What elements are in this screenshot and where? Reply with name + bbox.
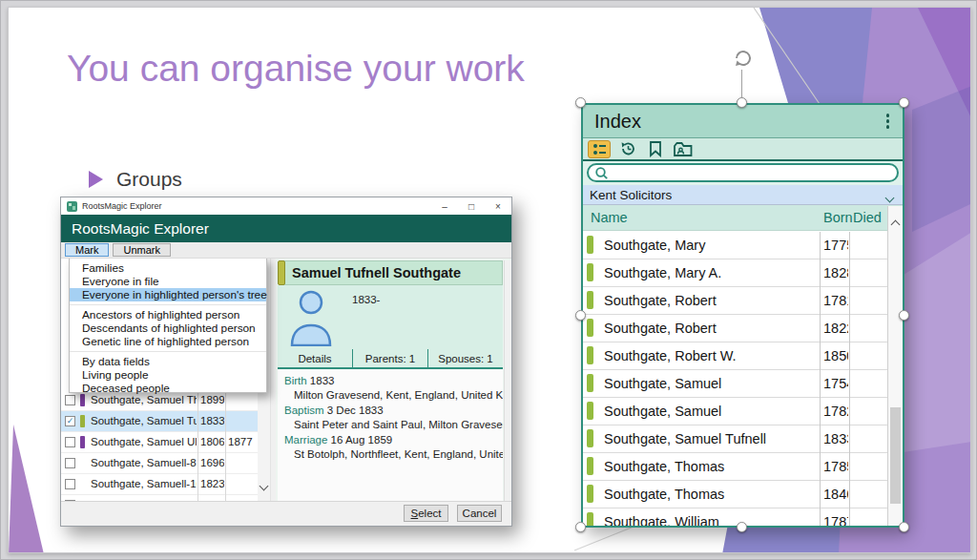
row-born: 1775 <box>823 238 848 253</box>
selection-handle-top-right[interactable] <box>899 97 909 108</box>
index-panel-header: Index <box>583 105 903 138</box>
row-checkbox-checked[interactable]: ✓ <box>65 416 75 426</box>
menu-item-selected[interactable]: Everyone in highlighted person's tree <box>70 288 266 301</box>
select-button[interactable]: Select <box>404 505 448 522</box>
menu-item[interactable]: Living people <box>70 368 266 382</box>
row-born: 1828 <box>823 265 848 280</box>
index-title: Index <box>594 111 641 133</box>
selection-handle-mid-right[interactable] <box>899 310 909 321</box>
history-button[interactable] <box>617 140 638 158</box>
selection-handle-bottom-right[interactable] <box>899 522 909 532</box>
list-item[interactable]: Southgate, Samuell-169 1823 <box>61 474 258 495</box>
fact-place: St Botolph, Northfleet, Kent, England, U… <box>284 447 503 462</box>
table-row[interactable]: Southgate, Mary1775 <box>583 232 887 259</box>
table-row[interactable]: Southgate, Robert W.1850 <box>583 342 887 370</box>
color-marker-icon <box>587 429 593 447</box>
scrollbar-thumb[interactable] <box>890 407 901 504</box>
table-row[interactable]: Southgate, Samuel1782 <box>583 398 887 425</box>
row-checkbox[interactable] <box>65 458 75 468</box>
column-header-died[interactable]: Died <box>853 210 882 225</box>
people-index-button[interactable] <box>588 140 611 158</box>
table-row[interactable]: Southgate, Thomas1785 <box>583 453 887 481</box>
detail-scrollbar[interactable] <box>504 260 511 501</box>
menu-item[interactable]: Descendants of highlighted person <box>70 321 266 335</box>
screenshot-canvas: You can organise your work Groups RootsM… <box>0 0 977 560</box>
selection-handle-top-left[interactable] <box>575 97 586 108</box>
selection-handle-bottom-left[interactable] <box>575 522 586 532</box>
column-header-name[interactable]: Name <box>591 210 628 225</box>
row-name: Southgate, Robert W. <box>604 348 816 363</box>
row-name: Southgate, Robert <box>604 293 816 308</box>
person-born: 1899 <box>200 394 224 405</box>
tab-details[interactable]: Details <box>278 349 352 367</box>
menu-item[interactable]: Ancestors of highlighted person <box>70 308 266 321</box>
menu-separator <box>70 304 266 305</box>
scroll-down-icon[interactable] <box>260 482 269 491</box>
group-filter-dropdown[interactable]: Kent Solicitors <box>583 185 903 205</box>
scroll-up-icon[interactable] <box>891 220 901 230</box>
tab-parents[interactable]: Parents: 1 <box>352 349 427 367</box>
dialog-title: RootsMagic Explorer <box>72 220 209 238</box>
person-summary: 1833- <box>278 285 503 349</box>
color-marker-icon <box>587 236 593 254</box>
chevron-down-icon <box>885 194 895 203</box>
table-header: Name Born Died <box>583 205 903 231</box>
color-marker-icon <box>587 263 593 281</box>
table-row[interactable]: Southgate, Robert1781 <box>583 287 887 315</box>
menu-item[interactable]: Families <box>70 261 266 275</box>
close-button[interactable]: × <box>485 197 511 215</box>
search-input[interactable] <box>609 165 869 180</box>
search-icon <box>594 166 609 180</box>
menu-item[interactable]: Genetic line of highlighted person <box>70 335 266 348</box>
column-header-born[interactable]: Born <box>823 210 853 225</box>
color-marker-icon <box>587 512 593 526</box>
row-born: 1850 <box>823 348 848 363</box>
row-checkbox[interactable] <box>65 479 75 489</box>
unmark-button[interactable]: Unmark <box>113 243 171 257</box>
rotate-handle-icon[interactable] <box>731 47 754 70</box>
tab-spouses[interactable]: Spouses: 1 <box>427 349 503 367</box>
person-born: 1696 <box>200 457 224 468</box>
mark-button[interactable]: Mark <box>65 243 109 257</box>
selection-handle-top-center[interactable] <box>737 97 747 108</box>
fact-label: Marriage <box>284 434 327 446</box>
table-row[interactable]: Southgate, Robert1822 <box>583 315 887 342</box>
index-scrollbar[interactable] <box>887 206 903 526</box>
cancel-button[interactable]: Cancel <box>457 505 502 522</box>
row-checkbox[interactable] <box>65 395 75 405</box>
list-item[interactable]: Southgate, Samuel Ulys 1806 1877 <box>61 432 258 453</box>
search-row <box>583 161 903 185</box>
dialog-footer: Select Cancel <box>61 501 511 526</box>
menu-item[interactable]: Everyone in file <box>70 275 266 288</box>
page-title: You can organise your work <box>67 48 525 90</box>
menu-item[interactable]: By data fields <box>70 355 266 368</box>
person-tabs: Details Parents: 1 Spouses: 1 <box>278 349 503 369</box>
row-checkbox[interactable] <box>65 437 75 447</box>
color-marker-icon <box>587 374 593 392</box>
table-row[interactable]: Southgate, Thomas1846 <box>583 481 887 508</box>
dialog-header: RootsMagic Explorer <box>61 215 511 242</box>
fact-item: Baptism 3 Dec 1833 Saint Peter and Saint… <box>284 404 503 432</box>
person-full-name: Samuel Tufnell Southgate <box>292 265 461 280</box>
minimize-button[interactable]: – <box>431 197 458 215</box>
search-box[interactable] <box>587 163 899 182</box>
kebab-menu-icon[interactable] <box>884 112 892 131</box>
menu-item[interactable]: Deceased people <box>70 382 266 395</box>
column-divider <box>225 388 226 501</box>
groups-folder-button[interactable] <box>673 140 694 158</box>
table-row[interactable]: Southgate, William1787 <box>583 508 887 526</box>
selection-handle-mid-left[interactable] <box>575 310 586 321</box>
list-item-selected[interactable]: ✓ Southgate, Samuel Tufn 1833 <box>61 411 258 432</box>
person-lifespan: 1833- <box>352 294 380 305</box>
list-item[interactable]: Southgate, Samuell-814 1696 <box>61 453 258 474</box>
maximize-button[interactable]: □ <box>458 197 485 215</box>
selection-handle-bottom-center[interactable] <box>737 522 747 532</box>
menu-separator <box>70 351 266 352</box>
bookmarks-button[interactable] <box>645 140 666 158</box>
people-list-icon <box>592 142 608 156</box>
table-row[interactable]: Southgate, Samuel1754 <box>583 370 887 398</box>
table-row[interactable]: Southgate, Samuel Tufnell1833 <box>583 425 887 453</box>
facts-list: Birth 1833 Milton Gravesend, Kent, Engla… <box>278 369 503 501</box>
row-born: 1833 <box>823 431 848 446</box>
table-row[interactable]: Southgate, Mary A.1828 <box>583 259 887 287</box>
